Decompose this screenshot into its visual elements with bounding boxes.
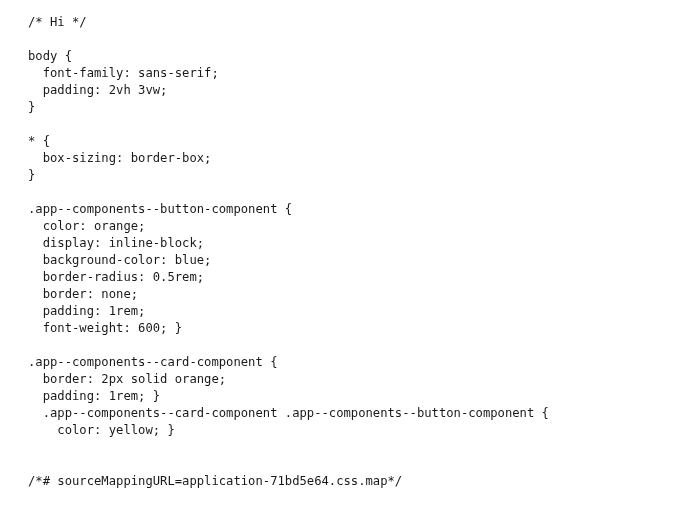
css-code-block: /* Hi */ body { font-family: sans-serif;…: [0, 0, 680, 504]
code-text: /* Hi */ body { font-family: sans-serif;…: [28, 15, 549, 488]
